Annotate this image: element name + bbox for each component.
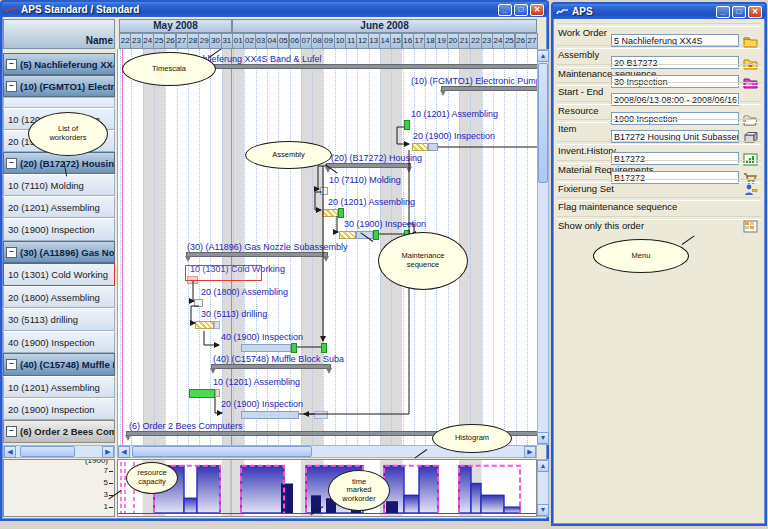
field-separator [557, 160, 761, 164]
operation-row[interactable]: 20 (1800) Assembling [3, 286, 115, 308]
workorder-row[interactable]: −(5) Nachlieferung XX4S Band & Lufel [3, 53, 115, 75]
collapse-icon[interactable]: − [6, 59, 17, 70]
axis-tick [109, 483, 113, 484]
histogram-vscrollbar[interactable]: ▲ ▼ [537, 459, 549, 517]
dependency-link [215, 397, 222, 413]
main-titlebar[interactable]: APS Standard / Standard _ □ ✕ [2, 2, 547, 17]
dependency-link [397, 127, 409, 144]
close-button[interactable]: ✕ [748, 6, 762, 18]
field-separator [557, 64, 761, 68]
row-label: 30 (1900) Inspection [8, 224, 95, 235]
workorder-row[interactable]: −(40) (C15748) Muffle Block Subassembly [3, 353, 115, 376]
axis-tick-label: 3 [104, 490, 108, 499]
close-button[interactable]: ✕ [530, 4, 544, 16]
operation-row[interactable]: 10 (7110) Molding [3, 174, 115, 196]
field-separator [557, 82, 761, 86]
annotation-balloon: Maintenance sequence [378, 232, 468, 290]
row-label: 30 (5113) drilling [8, 314, 78, 325]
field-label: Resource [558, 105, 599, 116]
operation-row[interactable]: 40 (1900) Inspection [3, 331, 115, 353]
dependency-link [191, 306, 199, 323]
main-window-title: APS Standard / Standard [21, 4, 496, 15]
scroll-up-arrow[interactable]: ▲ [537, 460, 549, 472]
scroll-down-arrow[interactable]: ▼ [537, 432, 549, 444]
scroll-right-arrow[interactable]: ▶ [102, 446, 114, 458]
row-label: (5) Nachlieferung XX4S Band & Lufel [20, 59, 114, 70]
scroll-thumb[interactable] [132, 446, 312, 457]
gantt-canvas[interactable]: (5) Nachlieferung XX4S Band & Lufel(10) … [117, 49, 537, 445]
workorder-row[interactable]: −(30) (A11896) Gas Nozzle Subassembly [3, 241, 115, 263]
axis-tick [109, 471, 113, 472]
row-label: 10 (1201) Assembling [8, 382, 100, 393]
field-separator [557, 101, 761, 105]
field-label: Work Order [558, 27, 607, 38]
collapse-icon[interactable]: − [6, 158, 17, 169]
collapse-icon[interactable]: − [6, 81, 17, 92]
grid-icon[interactable] [743, 219, 758, 232]
operation-row[interactable]: 20 (1201) Assembling [3, 196, 115, 218]
annotation-balloon: Histogram [432, 424, 512, 453]
field-label: Item [558, 123, 576, 134]
row-label: 10 (1301) Cold Working [8, 269, 108, 280]
operation-row[interactable]: 30 (1900) Inspection [3, 218, 115, 241]
dependency-link [193, 281, 194, 301]
scroll-right-arrow[interactable]: ▶ [524, 446, 536, 458]
field-separator [557, 23, 761, 27]
minimize-button[interactable]: _ [716, 6, 730, 18]
person-key-icon[interactable] [743, 182, 758, 195]
field-label: Invent.History [558, 145, 616, 156]
row-label: (10) (FGMTO1) Electronic Pump XR [20, 81, 114, 92]
day-header-cell[interactable]: 27 [526, 33, 538, 49]
field-separator [557, 197, 761, 201]
scroll-down-arrow[interactable]: ▼ [537, 504, 549, 516]
row-label: (40) (C15748) Muffle Block Subassembly [20, 359, 114, 370]
name-column-header[interactable]: Name [3, 19, 115, 49]
annotation-balloon: Menu [593, 239, 689, 273]
operation-row[interactable]: 10 (1301) Cold Working [3, 263, 115, 286]
scroll-left-arrow[interactable]: ◀ [118, 446, 130, 458]
row-label: 20 (1201) Assembling [8, 202, 100, 213]
row-label: (30) (A11896) Gas Nozzle Subassembly [20, 247, 114, 258]
operation-row[interactable]: 20 (1900) Inspection [3, 398, 115, 420]
dependency-link [318, 166, 326, 189]
aps-titlebar[interactable]: APS _ □ ✕ [553, 4, 765, 19]
histogram-canvas[interactable] [117, 459, 537, 517]
app-icon [556, 6, 569, 17]
row-label: 40 (1900) Inspection [8, 337, 95, 348]
field-label: Fixierung Set [558, 183, 614, 194]
workorder-row[interactable]: −(6) Order 2 Bees Computers [3, 420, 115, 443]
collapse-icon[interactable]: − [6, 247, 17, 258]
field-separator [557, 141, 761, 145]
operation-row[interactable]: 10 (1201) Assembling [3, 376, 115, 398]
field-label: Start - End [558, 86, 603, 97]
operation-row[interactable]: 30 (5113) drilling [3, 308, 115, 331]
collapse-icon[interactable]: − [6, 426, 17, 437]
scroll-left-arrow[interactable]: ◀ [4, 446, 16, 458]
dependency-connectors [118, 49, 537, 445]
scroll-up-arrow[interactable]: ▲ [537, 50, 549, 62]
collapse-icon[interactable]: − [6, 359, 17, 370]
histogram-axis-panel: (1900)7531 [3, 459, 115, 517]
field-label: Show only this order [558, 220, 644, 231]
workorder-row[interactable] [3, 97, 115, 108]
minimize-button[interactable]: _ [498, 4, 512, 16]
row-label: 20 (1900) Inspection [8, 404, 95, 415]
resource-load-chart [118, 460, 536, 516]
scroll-thumb[interactable] [20, 446, 75, 457]
row-label: 20 (1800) Assembling [8, 292, 100, 303]
maximize-button[interactable]: □ [514, 4, 528, 16]
workorder-row[interactable]: −(10) (FGMTO1) Electronic Pump XR [3, 75, 115, 97]
resource-axis-label: (1900) [85, 459, 108, 465]
scroll-thumb[interactable] [538, 63, 548, 183]
maximize-button[interactable]: □ [732, 6, 746, 18]
axis-tick-label: 1 [104, 502, 108, 511]
dependency-link [315, 192, 322, 210]
gantt-vscrollbar[interactable]: ▲ ▼ [537, 49, 549, 445]
row-label: 10 (7110) Molding [8, 180, 84, 191]
annotation-balloon: Timescala [122, 52, 216, 86]
field-label: Assembly [558, 49, 599, 60]
sidebar-hscrollbar[interactable]: ◀ ▶ [3, 445, 115, 458]
field-label: Flag maintenance sequence [558, 201, 677, 212]
dependency-link [204, 331, 219, 345]
axis-tick-label: 7 [104, 466, 108, 475]
